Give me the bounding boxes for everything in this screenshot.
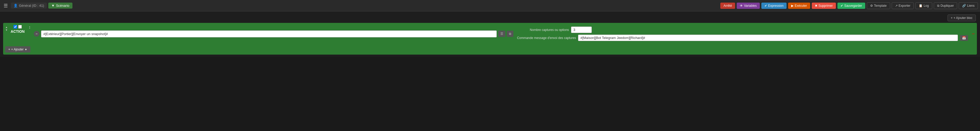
general-tab[interactable]: 👤 Général (ID : 41) [11,3,47,9]
add-block-row: + + Ajouter bloc [2,13,978,23]
template-button[interactable]: ⚙ Template [867,2,890,9]
list-icon: ☰ [500,32,503,36]
copy-icon: ⧉ [509,32,511,36]
action-command-input[interactable] [41,30,497,37]
template-icon: ⚙ [870,4,873,8]
captures-input[interactable] [571,27,592,33]
save-icon: ✔ [840,4,843,8]
add-icon: + [8,48,10,51]
filter-icon: ▼ [51,4,55,8]
action-checkbox-parallel[interactable] [18,25,22,29]
right-panel: Nombre captures ou options Commande mess… [515,25,970,43]
general-label: Général (ID : 41) [19,4,44,8]
drag-up-icon: ▲ [5,26,8,29]
user-icon: 👤 [13,4,18,8]
executer-icon: ▶ [791,4,794,8]
dupliquer-button[interactable]: ⧉ Dupliquer [934,2,957,9]
supprimer-button[interactable]: ✖ Supprimer [812,3,836,9]
eye-icon: 👁 [740,4,743,8]
commande-icon: 📅 [962,36,966,40]
minus-icon: − [36,32,38,36]
commande-input[interactable] [578,35,958,41]
log-label: Log [924,4,929,8]
liens-label: Liens [967,4,975,8]
arrete-button[interactable]: Arrêté [720,3,735,9]
action-remove-button[interactable]: − [34,31,40,37]
action-label: ACTION [11,29,25,34]
captures-row: Nombre captures ou options [517,27,968,33]
commande-label: Commande message d'envoi des captures [517,36,576,40]
supprimer-icon: ✖ [815,4,818,8]
commande-row: Commande message d'envoi des captures 📅 [517,35,968,41]
check-icon: ✔ [764,4,767,8]
template-label: Template [874,4,887,8]
log-icon: 📋 [919,4,923,8]
link-icon: 🔗 [962,4,966,8]
captures-label: Nombre captures ou options [517,28,569,32]
action-block: ▲ ▼ ACTION ↕ − [3,23,977,54]
add-block-label: + Ajouter bloc [953,16,972,20]
action-copy-button[interactable]: ⧉ [507,31,513,37]
sauvegarder-button[interactable]: ✔ Sauvegarder [837,3,865,9]
caret-icon: ▼ [25,48,27,51]
expression-label: Expression [768,4,783,8]
plus-icon: + [951,16,953,20]
main-area: + + Ajouter bloc ▲ ▼ ACTION ↕ [0,11,980,57]
dupliquer-label: Dupliquer [940,4,954,8]
export-icon: ↗ [895,4,898,8]
collapse-button[interactable]: − [972,31,975,37]
exporter-label: Exporter [899,4,910,8]
scenario-tab[interactable]: ▼ Scénario [48,3,72,9]
arrete-label: Arrêté [724,4,732,8]
add-action-button[interactable]: + + Ajouter ▼ [5,46,30,53]
action-checkbox-enable[interactable] [13,25,17,29]
variables-label: Variables [744,4,757,8]
expression-button[interactable]: ✔ Expression [761,3,786,9]
add-action-label: + Ajouter [11,48,24,51]
executer-button[interactable]: ▶ Exécuter [788,3,810,9]
exporter-button[interactable]: ↗ Exporter [892,2,914,9]
drag-down-icon: ▼ [5,29,8,32]
liens-button[interactable]: 🔗 Liens [959,2,978,9]
executer-label: Exécuter [795,4,807,8]
action-move-icon[interactable]: ↕ [27,25,32,30]
add-block-button[interactable]: + + Ajouter bloc [948,14,976,21]
dup-icon: ⧉ [937,4,940,8]
log-button[interactable]: 📋 Log [915,2,932,9]
variables-button[interactable]: 👁 Variables [737,3,760,9]
sauvegarder-label: Sauvegarder [844,4,862,8]
commande-icon-button[interactable]: 📅 [960,35,968,41]
navbar: ☰ 👤 Général (ID : 41) ▼ Scénario Arrêté … [0,0,980,11]
scenario-label: Scénario [56,4,69,8]
supprimer-label: Supprimer [818,4,833,8]
collapse-icon: − [972,31,975,37]
action-list-button[interactable]: ☰ [498,31,505,37]
back-button[interactable]: ☰ [2,2,10,10]
